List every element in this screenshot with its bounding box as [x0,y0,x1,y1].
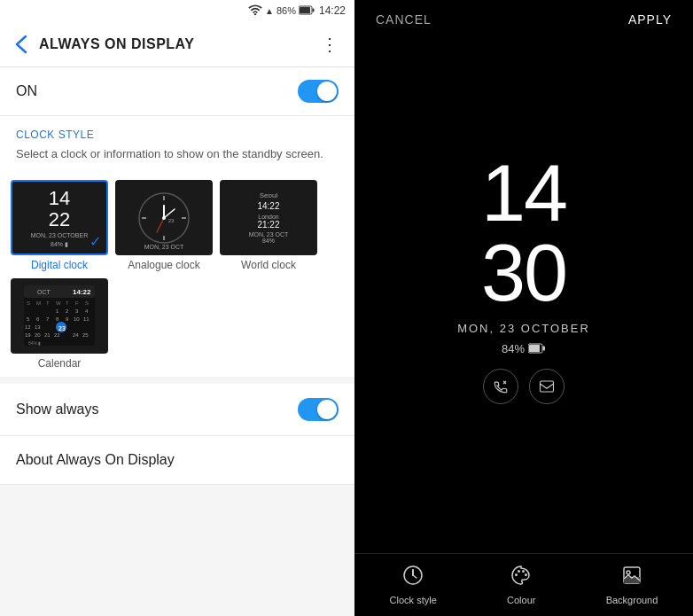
footer-background[interactable]: Background [606,565,658,605]
footer-colour-label: Colour [507,595,535,605]
svg-text:S: S [27,300,30,306]
right-panel: CANCEL APPLY 14 30 MON, 23 OCTOBER 84% [354,0,693,616]
preview-battery: 84% [502,342,546,356]
svg-text:22: 22 [54,332,60,338]
page-title: ALWAYS ON DISPLAY [39,36,312,52]
section-label: CLOCK STYLE [0,116,354,146]
settings-content: ON CLOCK STYLE Select a clock or informa… [0,67,354,616]
svg-point-59 [525,573,527,576]
svg-rect-2 [312,8,314,12]
clock-thumb-calendar: OCT 14:22 S M T W T F S [11,278,108,354]
footer-background-label: Background [606,595,658,605]
preview-date: MON, 23 OCTOBER [457,322,590,335]
svg-text:W: W [56,300,61,306]
footer-clock-style[interactable]: Clock style [390,565,437,605]
battery-icon-bar [299,5,315,17]
svg-text:10: 10 [74,316,80,322]
colour-icon [510,565,532,591]
svg-text:M: M [36,300,41,306]
digital-preview: 14 22 MON, 23 OCTOBER 84% ▮ [31,188,88,248]
about-row[interactable]: About Always On Display [0,436,354,485]
digital-date-info: MON, 23 OCTOBER [31,232,88,239]
section-desc: Select a clock or information to show on… [0,146,354,173]
svg-line-11 [157,218,164,232]
clock-thumb-digital: 14 22 MON, 23 OCTOBER 84% ▮ ✓ [11,180,108,255]
rp-header: CANCEL APPLY [354,0,693,39]
svg-text:21: 21 [44,332,51,338]
digital-extra: 84% ▮ [31,241,88,248]
preview-time: 14 30 [481,153,566,313]
clock-item-analogue[interactable]: 23 MON, 23 OCT Analogue clock [115,180,213,271]
svg-point-56 [515,573,518,576]
svg-text:12: 12 [25,324,31,330]
svg-line-10 [164,209,175,218]
back-button[interactable] [4,27,39,62]
time-status: 14:22 [319,4,346,17]
svg-text:T: T [46,300,50,306]
svg-point-58 [522,570,525,573]
missed-call-icon[interactable] [483,369,518,404]
show-always-toggle[interactable] [298,398,339,421]
more-button[interactable]: ⋮ [312,27,347,62]
notification-icons [483,369,565,404]
svg-text:25: 25 [82,332,89,338]
svg-text:T: T [66,300,69,306]
divider-1 [0,377,354,384]
calendar-preview: OCT 14:22 S M T W T F S [19,284,99,348]
svg-text:23: 23 [58,325,66,331]
world-clock-label: World clock [241,259,296,271]
rp-footer: Clock style Colour [354,553,693,616]
clock-item-world[interactable]: Seoul 14:22 London 21:22 MON, 23 OCT 84%… [220,180,317,271]
svg-point-62 [627,571,630,574]
svg-line-55 [413,575,417,578]
apply-button[interactable]: APPLY [628,12,672,27]
svg-text:11: 11 [83,316,90,322]
about-label: About Always On Display [16,452,175,467]
on-label: ON [16,83,37,99]
background-icon [621,565,642,591]
svg-text:14:22: 14:22 [73,288,91,296]
calendar-label: Calendar [38,357,82,370]
analogue-clock-label: Analogue clock [128,259,199,271]
battery-icon [528,342,546,356]
svg-text:84% ▮: 84% ▮ [28,340,41,346]
svg-point-0 [254,13,256,15]
svg-point-12 [162,216,166,220]
status-bar: ▲ 86% 14:22 [0,0,354,21]
world-preview: Seoul 14:22 London 21:22 MON, 23 OCT 84% [249,191,289,244]
battery-percent: 84% [502,342,525,355]
svg-rect-3 [300,7,310,13]
svg-text:23: 23 [168,218,175,223]
svg-point-57 [518,570,520,573]
clock-style-icon [402,565,424,591]
clock-item-calendar[interactable]: OCT 14:22 S M T W T F S [11,278,108,370]
status-icons: ▲ 86% 14:22 [248,4,346,17]
battery-status: 86% [276,5,296,16]
on-row: ON [0,67,354,116]
message-icon[interactable] [529,369,565,404]
svg-text:OCT: OCT [37,289,51,295]
selected-check: ✓ [90,233,101,250]
analogue-date: MON, 23 OCT [117,244,211,250]
svg-text:19: 19 [25,332,31,338]
clock-thumb-analogue: 23 MON, 23 OCT [115,180,213,255]
show-always-label: Show always [16,402,98,417]
cancel-button[interactable]: CANCEL [376,12,432,27]
preview-hours: 14 [481,153,566,233]
svg-text:F: F [75,300,79,306]
left-panel: ▲ 86% 14:22 ALWAYS ON DISPLAY ⋮ ON [0,0,354,616]
clock-item-digital[interactable]: 14 22 MON, 23 OCTOBER 84% ▮ ✓ Digital cl… [11,180,108,271]
svg-rect-52 [541,381,554,392]
footer-colour[interactable]: Colour [507,565,535,605]
svg-rect-48 [543,346,546,350]
on-toggle[interactable] [298,80,339,103]
top-bar: ALWAYS ON DISPLAY ⋮ [0,21,354,67]
svg-text:S: S [85,300,89,306]
clock-preview: 14 30 MON, 23 OCTOBER 84% [354,39,693,553]
svg-rect-49 [529,345,540,352]
svg-text:20: 20 [35,332,41,338]
show-always-row: Show always [0,384,354,436]
analogue-preview: 23 [137,191,191,245]
footer-clock-label: Clock style [390,595,437,605]
clock-grid: 14 22 MON, 23 OCTOBER 84% ▮ ✓ Digital cl… [0,173,354,377]
